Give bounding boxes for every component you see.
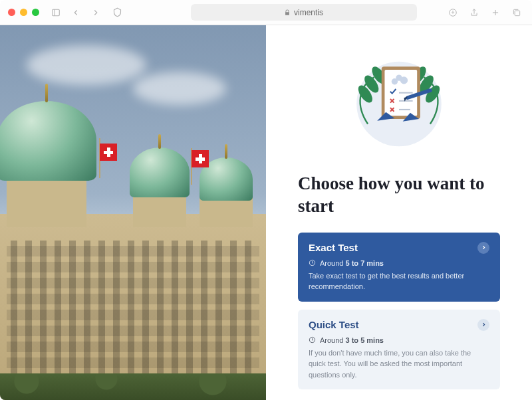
svg-rect-5 [515,11,520,16]
forward-button[interactable] [88,5,103,20]
minimize-window-button[interactable] [20,9,27,16]
page-title: Choose how you want to start [298,173,500,218]
chevron-right-icon [477,319,489,331]
card-description: Take exact test to get the best results … [309,270,489,292]
back-button[interactable] [68,5,83,20]
clock-icon [309,259,316,266]
tabs-overview-button[interactable] [509,5,524,20]
downloads-button[interactable] [446,5,460,20]
swiss-flag-icon [100,144,117,161]
card-title: Quick Test [309,319,359,330]
lock-icon [284,9,291,16]
new-tab-button[interactable] [488,5,503,20]
address-text: vimentis [294,8,323,17]
hero-image [0,25,266,400]
swiss-flag-icon [192,150,209,167]
share-button[interactable] [467,5,481,20]
sidebar-toggle-button[interactable] [49,5,63,20]
card-duration: Around 3 to 5 mins [309,336,489,344]
start-panel: Choose how you want to start Exact Test … [266,25,532,400]
svg-point-16 [400,76,408,84]
quick-test-card[interactable]: Quick Test Around 3 to 5 mins If you don… [298,310,500,390]
card-description: If you don't have much time, you can als… [309,348,489,381]
card-duration: Around 5 to 7 mins [309,259,489,267]
browser-toolbar: vimentis [0,0,532,25]
window-controls [8,9,39,16]
close-window-button[interactable] [8,9,15,16]
card-title: Exact Test [309,242,358,253]
exact-test-card[interactable]: Exact Test Around 5 to 7 mins Take exact… [298,233,500,302]
address-bar[interactable]: vimentis [191,4,417,21]
clipboard-illustration [342,49,456,149]
page-content: Choose how you want to start Exact Test … [0,25,532,400]
privacy-report-button[interactable] [108,6,126,19]
svg-point-17 [392,78,398,84]
svg-rect-0 [53,9,60,15]
clock-icon [309,336,316,344]
chevron-right-icon [477,242,489,254]
maximize-window-button[interactable] [32,9,39,16]
